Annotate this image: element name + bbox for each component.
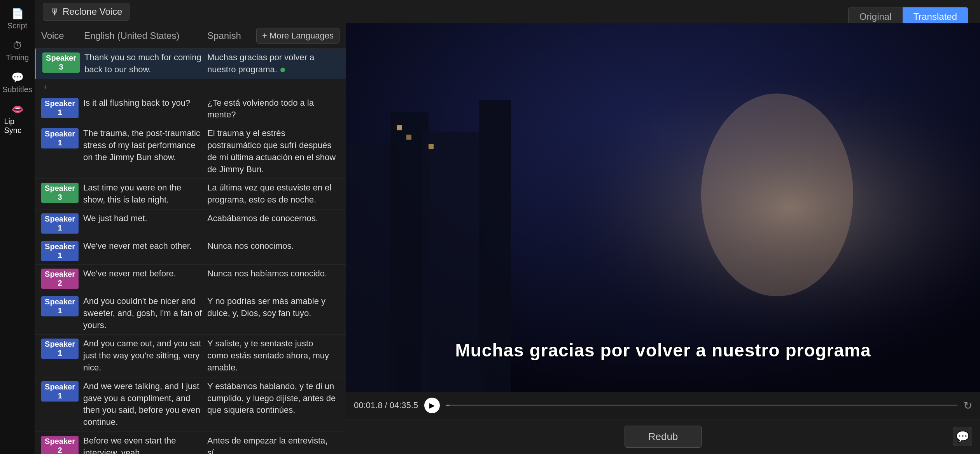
time-display: 00:01.8 / 04:35.5 (354, 400, 418, 410)
sidebar-item-label-subtitles: Subtitles (2, 85, 32, 94)
timing-icon: ⏱ (12, 40, 23, 52)
lipsync-icon: 👄 (11, 103, 24, 115)
speaker-badge: Speaker 1 (41, 296, 79, 316)
table-row[interactable]: Speaker 3 Last time you were on the show… (35, 179, 346, 210)
more-languages-button[interactable]: + More Languages (256, 28, 340, 44)
svg-rect-7 (406, 135, 411, 140)
table-row[interactable]: Speaker 1 And you came out, and you sat … (35, 335, 346, 377)
video-background-svg (346, 23, 980, 392)
right-panel: Muchas gracias por volver a nuestro prog… (346, 23, 980, 454)
speaker-badge: Speaker 1 (41, 213, 79, 234)
row-spanish-text: Acabábamos de conocernos. (207, 213, 340, 225)
speaker-badge: Speaker 3 (42, 52, 80, 73)
row-english-text: And we were talking, and I just gave you… (79, 381, 207, 428)
subtitles-icon: 💬 (11, 72, 24, 84)
row-english-text: We just had met. (79, 213, 207, 225)
row-spanish-text: La última vez que estuviste en el progra… (207, 182, 340, 206)
row-english-text: Last time you were on the show, this is … (79, 182, 207, 206)
video-scene (346, 23, 980, 392)
video-controls: 00:01.8 / 04:35.5 ▶ ↻ (346, 392, 980, 419)
sidebar-item-lipsync[interactable]: 👄 Lip Sync (2, 100, 33, 139)
script-rows-container: Speaker 3 Thank you so much for coming b… (35, 49, 346, 454)
sidebar-item-label-lipsync: Lip Sync (4, 117, 31, 135)
reclone-voice-button[interactable]: 🎙 Reclone Voice (43, 3, 130, 21)
video-container: Muchas gracias por volver a nuestro prog… (346, 23, 980, 392)
sidebar-item-label-script: Script (7, 21, 27, 30)
view-toggle-bar: Original Translated (346, 0, 980, 23)
row-spanish-text: Nunca nos habíamos conocido. (207, 268, 340, 280)
script-icon: 📄 (11, 8, 24, 20)
row-spanish-text: Y saliste, y te sentaste justo como está… (207, 338, 340, 374)
row-english-text: Is it all flushing back to you? (79, 97, 207, 109)
header-area: 🎙 Reclone Voice Original Translated (35, 0, 980, 23)
sidebar-item-subtitles[interactable]: 💬 Subtitles (2, 68, 33, 98)
row-english-text: Thank you so much for coming back to our… (80, 52, 207, 76)
chat-icon-glyph: 💬 (956, 430, 970, 443)
progress-bar[interactable] (446, 405, 957, 406)
row-english-text: Before we even start the interview, yeah… (79, 435, 207, 454)
speaker-badge: Speaker 1 (41, 98, 79, 118)
table-row[interactable]: Speaker 1 And you couldn't be nicer and … (35, 292, 346, 335)
svg-rect-6 (397, 125, 402, 130)
row-spanish-text: Muchas gracias por volver a nuestro prog… (207, 52, 340, 76)
sidebar-item-script[interactable]: 📄 Script (2, 4, 33, 34)
english-column-header: English (United States) (84, 30, 207, 41)
row-spanish-text: Y estábamos hablando, y te di un cumplid… (207, 381, 340, 416)
table-row[interactable]: Speaker 1 The trauma, the post-traumatic… (35, 124, 346, 179)
svg-rect-2 (346, 144, 397, 392)
row-english-text: And you couldn't be nicer and sweeter, a… (79, 295, 207, 331)
row-english-text: And you came out, and you sat just the w… (79, 338, 207, 374)
spanish-column-header: Spanish + More Languages (207, 28, 340, 44)
speaker-badge: Speaker 1 (41, 241, 79, 261)
refresh-button[interactable]: ↻ (963, 399, 972, 412)
play-button[interactable]: ▶ (424, 398, 440, 413)
sidebar-item-label-timing: Timing (6, 53, 29, 62)
progress-fill (446, 405, 450, 406)
svg-rect-8 (429, 144, 434, 149)
script-panel: Voice English (United States) Spanish + … (35, 23, 346, 454)
svg-point-9 (701, 94, 853, 297)
speaker-badge: Speaker 3 (41, 183, 79, 203)
row-spanish-text: ¿Te está volviendo todo a la mente? (207, 97, 340, 121)
speaker-badge: Speaker 1 (41, 339, 79, 359)
speaker-badge: Speaker 1 (41, 381, 79, 402)
main-content: 🎙 Reclone Voice Original Translated Voic… (35, 0, 980, 454)
table-row[interactable]: Speaker 1 And we were talking, and I jus… (35, 377, 346, 432)
sidebar: 📄 Script ⏱ Timing 💬 Subtitles 👄 Lip Sync (0, 0, 35, 454)
row-spanish-text: Nunca nos conocimos. (207, 240, 340, 252)
subtitle-text: Muchas gracias por volver a nuestro prog… (455, 340, 871, 361)
voice-column-header: Voice (41, 30, 84, 41)
table-row[interactable]: Speaker 2 We've never met before. Nunca … (35, 265, 346, 292)
speaker-badge: Speaker 2 (41, 436, 79, 454)
speaker-badge: Speaker 2 (41, 269, 79, 289)
row-spanish-text: Y no podrías ser más amable y dulce, y, … (207, 295, 340, 320)
sidebar-item-timing[interactable]: ⏱ Timing (2, 36, 33, 66)
table-row[interactable]: Speaker 3 Thank you so much for coming b… (35, 49, 346, 79)
row-spanish-text: Antes de empezar la entrevista, sí. (207, 435, 340, 454)
toolbar: 🎙 Reclone Voice (35, 0, 346, 23)
subtitle-overlay: Muchas gracias por volver a nuestro prog… (455, 340, 871, 361)
table-row[interactable]: Speaker 1 We just had met. Acabábamos de… (35, 210, 346, 237)
mic-icon: 🎙 (50, 6, 60, 17)
chat-button[interactable]: 💬 (953, 427, 972, 446)
row-spanish-text: El trauma y el estrés postraumático que … (207, 127, 340, 175)
speaker-badge: Speaker 1 (41, 128, 79, 148)
content-split: Voice English (United States) Spanish + … (35, 23, 980, 454)
table-row[interactable]: Speaker 2 Before we even start the inter… (35, 432, 346, 454)
column-headers: Voice English (United States) Spanish + … (35, 23, 346, 49)
table-row[interactable]: Speaker 1 Is it all flushing back to you… (35, 94, 346, 125)
add-row-button-2[interactable]: ＋ (35, 79, 346, 94)
redub-button[interactable]: Redub (625, 426, 702, 448)
row-english-text: We've never met each other. (79, 240, 207, 252)
row-english-text: The trauma, the post-traumatic stress of… (79, 127, 207, 163)
redub-area: Redub (346, 419, 980, 454)
row-english-text: We've never met before. (79, 268, 207, 280)
table-row[interactable]: Speaker 1 We've never met each other. Nu… (35, 237, 346, 265)
